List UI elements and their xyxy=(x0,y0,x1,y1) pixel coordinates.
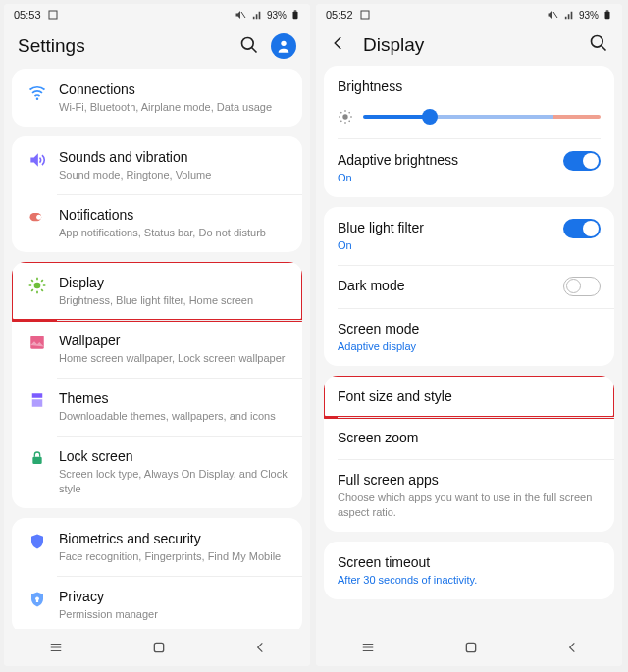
svg-rect-21 xyxy=(32,399,43,407)
item-subtitle: Wi-Fi, Bluetooth, Airplane mode, Data us… xyxy=(59,100,288,115)
settings-item-lockscreen[interactable]: Lock screenScreen lock type, Always On D… xyxy=(12,436,302,508)
svg-line-41 xyxy=(349,121,350,122)
item-title: Screen zoom xyxy=(338,429,601,446)
svg-line-43 xyxy=(349,113,350,114)
display-item-screenmode[interactable]: Screen modeAdaptive display xyxy=(324,308,614,366)
status-battery: 93% xyxy=(579,10,599,21)
nav-back[interactable] xyxy=(253,641,267,654)
display-item-zoom[interactable]: Screen zoom xyxy=(324,417,614,458)
sun-icon xyxy=(338,109,353,125)
search-button[interactable] xyxy=(239,35,259,58)
svg-point-4 xyxy=(242,37,254,49)
settings-item-wallpaper[interactable]: WallpaperHome screen wallpaper, Lock scr… xyxy=(12,320,302,378)
display-group: Blue light filterOnDark modeScreen modeA… xyxy=(324,207,614,366)
battery-icon xyxy=(290,9,300,21)
display-item-bluelight[interactable]: Blue light filterOn xyxy=(324,207,614,265)
svg-rect-22 xyxy=(32,457,41,464)
display-item-timeout[interactable]: Screen timeoutAfter 30 seconds of inacti… xyxy=(324,542,614,599)
notif-icon xyxy=(26,208,49,228)
item-title: Themes xyxy=(59,389,288,407)
svg-rect-20 xyxy=(32,393,43,398)
item-title: Blue light filter xyxy=(338,219,555,236)
settings-group: Biometrics and securityFace recognition,… xyxy=(12,518,302,629)
mute-icon xyxy=(234,9,247,21)
shield-icon xyxy=(26,532,49,551)
settings-group: ConnectionsWi-Fi, Bluetooth, Airplane mo… xyxy=(12,69,302,127)
item-title: Font size and style xyxy=(338,388,601,405)
search-button[interactable] xyxy=(589,33,608,56)
themes-icon xyxy=(26,391,49,409)
display-group: Font size and styleScreen zoomFull scree… xyxy=(324,376,614,531)
item-subtitle: Screen lock type, Always On Display, and… xyxy=(59,467,288,496)
settings-item-connections[interactable]: ConnectionsWi-Fi, Bluetooth, Airplane mo… xyxy=(12,69,302,127)
svg-line-17 xyxy=(31,289,33,291)
display-icon xyxy=(26,276,49,295)
toggle-darkmode[interactable] xyxy=(563,277,601,296)
item-subtitle: On xyxy=(338,238,555,253)
item-subtitle: Permission manager xyxy=(59,607,288,622)
item-title: Display xyxy=(59,274,288,291)
mute-icon xyxy=(546,9,559,21)
brightness-slider[interactable] xyxy=(324,107,614,138)
nav-home[interactable] xyxy=(151,640,167,655)
item-subtitle: Face recognition, Fingerprints, Find My … xyxy=(59,549,288,564)
display-item-brightness[interactable]: Brightness xyxy=(324,66,614,107)
display-item-fullscreen[interactable]: Full screen appsChoose which apps you wa… xyxy=(324,459,614,532)
settings-item-sounds[interactable]: Sounds and vibrationSound mode, Ringtone… xyxy=(12,136,302,194)
item-subtitle: Home screen wallpaper, Lock screen wallp… xyxy=(59,351,288,366)
svg-rect-28 xyxy=(154,643,163,651)
svg-rect-32 xyxy=(606,10,609,11)
settings-item-notifications[interactable]: NotificationsApp notifications, Status b… xyxy=(12,194,302,252)
nav-home[interactable] xyxy=(463,640,479,655)
toggle-bluelight[interactable] xyxy=(563,219,601,238)
signal-icon xyxy=(563,10,575,20)
item-title: Screen timeout xyxy=(338,553,601,571)
display-item-adaptive[interactable]: Adaptive brightnessOn xyxy=(324,139,614,197)
signal-icon xyxy=(251,10,263,20)
status-time: 05:52 xyxy=(326,9,353,21)
display-item-fontsize[interactable]: Font size and style xyxy=(324,376,614,417)
item-subtitle: Downloadable themes, wallpapers, and ico… xyxy=(59,409,288,424)
settings-group: DisplayBrightness, Blue light filter, Ho… xyxy=(12,262,302,508)
nav-recents[interactable] xyxy=(359,641,377,654)
slider-thumb[interactable] xyxy=(422,109,438,125)
nav-recents[interactable] xyxy=(47,641,65,654)
slider-track[interactable] xyxy=(363,115,601,119)
sound-icon xyxy=(26,150,49,170)
item-subtitle: Choose which apps you want to use in the… xyxy=(338,491,601,520)
svg-rect-31 xyxy=(605,12,610,20)
settings-item-themes[interactable]: ThemesDownloadable themes, wallpapers, a… xyxy=(12,378,302,436)
person-icon xyxy=(276,38,291,54)
svg-line-40 xyxy=(340,113,341,114)
svg-point-6 xyxy=(281,41,286,46)
display-item-darkmode[interactable]: Dark mode xyxy=(324,265,614,308)
settings-list: ConnectionsWi-Fi, Bluetooth, Airplane mo… xyxy=(4,69,310,629)
display-group: BrightnessAdaptive brightnessOn xyxy=(324,66,614,197)
search-icon xyxy=(239,35,259,55)
settings-item-privacy[interactable]: PrivacyPermission manager xyxy=(12,576,302,629)
svg-point-9 xyxy=(36,215,41,220)
wallpaper-icon xyxy=(26,334,49,351)
item-subtitle: App notifications, Status bar, Do not di… xyxy=(59,226,288,240)
svg-line-34 xyxy=(602,46,606,51)
privacy-icon xyxy=(26,590,49,609)
settings-item-display[interactable]: DisplayBrightness, Blue light filter, Ho… xyxy=(12,262,302,320)
page-title: Settings xyxy=(18,35,85,57)
wifi-icon xyxy=(26,82,49,102)
settings-item-biometrics[interactable]: Biometrics and securityFace recognition,… xyxy=(12,518,302,576)
account-avatar[interactable] xyxy=(271,33,296,59)
page-title: Display xyxy=(363,34,424,56)
item-title: Lock screen xyxy=(59,447,288,465)
nav-back[interactable] xyxy=(565,641,579,654)
status-right: 93% xyxy=(546,9,612,21)
svg-line-18 xyxy=(41,280,43,282)
item-title: Biometrics and security xyxy=(59,530,288,547)
nav-bar xyxy=(4,629,310,666)
back-button[interactable] xyxy=(330,34,347,55)
chevron-left-icon xyxy=(330,34,347,52)
toggle-adaptive[interactable] xyxy=(563,151,601,171)
battery-icon xyxy=(602,9,612,21)
item-title: Full screen apps xyxy=(338,471,601,489)
status-battery: 93% xyxy=(267,10,287,21)
item-subtitle: On xyxy=(338,171,555,185)
